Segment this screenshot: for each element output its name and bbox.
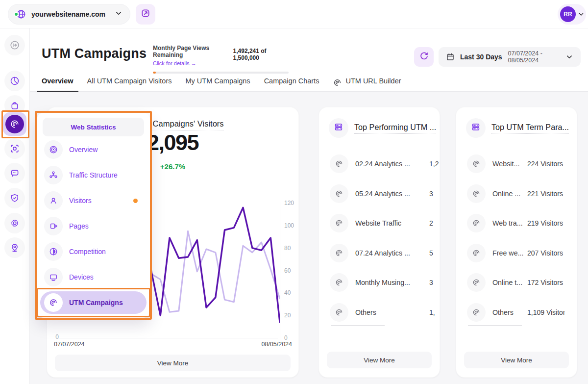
- sidebar-item-security[interactable]: [4, 188, 25, 208]
- utm-icon: [333, 78, 342, 87]
- scan-icon: [9, 143, 20, 154]
- server-icon: [466, 118, 486, 138]
- list-item[interactable]: Online ...221 Visitors: [456, 184, 577, 203]
- list-item[interactable]: Others1,: [319, 303, 440, 322]
- competition-icon: [44, 242, 63, 261]
- flyout-item-label: Traffic Structure: [69, 171, 118, 179]
- item-value: 1,: [429, 303, 440, 322]
- tab-campaign-charts[interactable]: Campaign Charts: [264, 74, 319, 91]
- date-preset: Last 30 Days: [460, 53, 502, 61]
- sidebar-item-analytics[interactable]: [4, 71, 25, 91]
- flyout-item-utm-campaigns[interactable]: UTM Campaigns: [40, 291, 147, 314]
- sidebar-item-scan[interactable]: [4, 138, 25, 159]
- item-name: Monthly Musing...: [355, 273, 410, 292]
- flyout-item-overview[interactable]: Overview: [40, 138, 147, 161]
- utm-icon: [467, 273, 486, 292]
- flyout-item-pages[interactable]: Pages: [40, 215, 147, 237]
- x-axis-start-label: 07/07/2024: [54, 341, 85, 348]
- location-icon: [9, 242, 20, 253]
- page-views-label: Monthly Page Views Remaining: [153, 45, 233, 58]
- external-link-icon: [140, 8, 151, 21]
- item-name: 05.24 Analytics ...: [355, 184, 410, 203]
- item-name: Websit...: [492, 154, 519, 173]
- list-item[interactable]: Free we...207 Visitors: [456, 244, 577, 262]
- item-value: 5: [429, 244, 440, 262]
- y-axis-ticks: 120100806040200: [284, 203, 299, 340]
- tab-label: UTM URL Builder: [345, 77, 401, 88]
- flyout-item-label: Competition: [69, 248, 106, 256]
- item-value: 172 Visitors: [527, 273, 564, 292]
- sidebar-item-settings[interactable]: [4, 213, 25, 233]
- date-range-picker[interactable]: Last 30 Days 07/07/2024 - 08/05/2024: [439, 47, 581, 67]
- flyout-item-label: UTM Campaigns: [69, 299, 123, 307]
- flyout-item-devices[interactable]: Devices: [40, 266, 147, 288]
- user-menu[interactable]: RR: [558, 4, 586, 25]
- utm-icon: [330, 184, 348, 203]
- list-item[interactable]: Websit...224 Visitors: [456, 154, 577, 173]
- flyout-item-label: Pages: [69, 222, 89, 230]
- tab-utm-url-builder[interactable]: UTM URL Builder: [333, 74, 401, 91]
- security-icon: [9, 193, 20, 204]
- view-more-button[interactable]: View More: [464, 352, 569, 368]
- website-name: yourwebsitename.com: [31, 10, 114, 18]
- utm-icon: [330, 214, 348, 232]
- page-title: UTM Campaigns: [42, 46, 147, 61]
- item-value: 221 Visitors: [527, 184, 564, 203]
- list-item[interactable]: 05.24 Analytics ...3: [319, 184, 440, 203]
- view-more-button[interactable]: View More: [327, 352, 432, 368]
- utm-icon: [330, 154, 348, 173]
- tab-label: Overview: [42, 77, 74, 88]
- page-views-widget: Monthly Page Views Remaining Click for d…: [153, 45, 289, 74]
- tab-all-utm-campaign-visitors[interactable]: All UTM Campaign Visitors: [87, 74, 172, 91]
- structure-icon: [44, 166, 63, 184]
- date-range-value: 07/07/2024 - 08/05/2024: [508, 50, 565, 64]
- x-axis-end-label: 08/05/2024: [261, 341, 292, 348]
- utm-icon: [467, 214, 486, 232]
- flyout-item-visitors[interactable]: Visitors: [40, 189, 147, 212]
- website-selector[interactable]: yourwebsitename.com: [8, 4, 130, 25]
- list-item[interactable]: 07.24 Analytics ...5: [319, 244, 440, 262]
- refresh-button[interactable]: [414, 47, 434, 67]
- tab-my-utm-campaigns[interactable]: My UTM Campaigns: [185, 74, 250, 91]
- tab-label: Campaign Charts: [264, 77, 319, 88]
- flyout-title: Web Statistics: [43, 118, 144, 136]
- settings-icon: [9, 218, 20, 229]
- list-item[interactable]: 02.24 Analytics ...1,2: [319, 154, 440, 173]
- sidebar-item-collapse[interactable]: [4, 35, 25, 55]
- item-name: Others: [355, 303, 376, 322]
- open-website-button[interactable]: [136, 4, 155, 25]
- list-item[interactable]: Web tra...219 Visitors: [456, 214, 577, 232]
- y-tick-label: 60: [284, 267, 291, 274]
- list-item[interactable]: Monthly Musing...3: [319, 273, 440, 292]
- sidebar-item-chat[interactable]: [4, 163, 25, 183]
- list-item[interactable]: Website Traffic2: [319, 214, 440, 232]
- refresh-icon: [419, 51, 429, 63]
- item-name: 02.24 Analytics ...: [355, 154, 410, 173]
- y-axis-line: [280, 202, 280, 341]
- web-statistics-flyout: Web Statistics OverviewTraffic Structure…: [37, 113, 150, 318]
- list-item[interactable]: Online t...172 Visitors: [456, 273, 577, 292]
- flyout-item-competition[interactable]: Competition: [40, 240, 147, 263]
- tab-overview[interactable]: Overview: [42, 74, 74, 91]
- sidebar-item-location[interactable]: [4, 237, 25, 258]
- tab-bar: OverviewAll UTM Campaign VisitorsMy UTM …: [42, 74, 401, 91]
- flyout-item-traffic-structure[interactable]: Traffic Structure: [40, 164, 147, 186]
- item-value: 3: [429, 273, 440, 292]
- sidebar-nav: [0, 28, 30, 384]
- divider: [468, 325, 522, 326]
- y-tick-label: 80: [284, 245, 291, 252]
- utm-icon: [467, 154, 486, 173]
- card-title: Top UTM Term Para...: [491, 123, 569, 132]
- list-item[interactable]: Others1,109 Visitors: [456, 303, 577, 322]
- server-icon: [329, 118, 348, 138]
- visitors-icon: [44, 191, 63, 210]
- item-name: 07.24 Analytics ...: [355, 244, 410, 262]
- sidebar-item-utm-campaigns[interactable]: [3, 112, 26, 136]
- view-more-button[interactable]: View More: [55, 355, 291, 371]
- flyout-item-label: Devices: [69, 273, 94, 281]
- devices-icon: [44, 268, 63, 286]
- click-for-details-link[interactable]: Click for details →: [153, 60, 196, 66]
- utm-icon: [330, 303, 348, 322]
- chat-icon: [9, 168, 20, 179]
- card-title: Top Performing UTM ...: [354, 123, 436, 132]
